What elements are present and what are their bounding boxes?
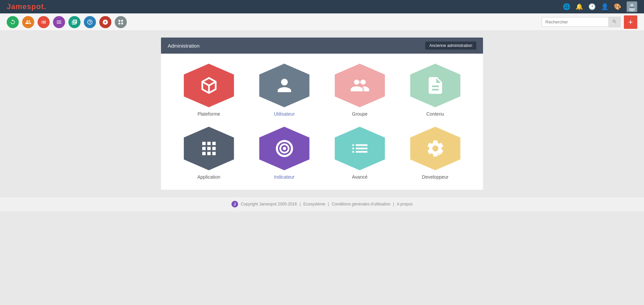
card-developpeur[interactable]: J Developpeur: [401, 127, 470, 180]
hex-contenu: [410, 64, 461, 107]
hex-plateforme: [184, 64, 234, 107]
add-button[interactable]: +: [624, 15, 637, 29]
footer-sep3: |: [393, 202, 394, 206]
label-indicateur: Indicateur: [274, 174, 294, 180]
svg-point-4: [358, 80, 362, 84]
footer-sep2: |: [328, 202, 329, 206]
label-application: Application: [197, 174, 220, 180]
search-wrap: [542, 17, 621, 27]
label-plateforme: Plateforme: [198, 111, 220, 117]
label-groupe: Groupe: [352, 111, 368, 117]
nav-icons: [7, 16, 542, 28]
hex-avance: [335, 127, 385, 170]
card-application[interactable]: Application: [174, 127, 243, 180]
label-avance: Avancé: [352, 174, 367, 180]
nav-icon-help[interactable]: [84, 16, 96, 28]
svg-point-1: [630, 4, 634, 7]
bell-icon[interactable]: 🔔: [576, 3, 583, 10]
hex-developpeur: J: [410, 127, 461, 170]
svg-text:J: J: [437, 149, 441, 157]
top-nav-right: 🌐 🔔 🕐 👤 🎨: [563, 1, 637, 12]
avatar[interactable]: [627, 1, 637, 12]
nav-icon-grid[interactable]: [115, 16, 127, 28]
hex-indicateur: [259, 127, 310, 170]
hex-utilisateur: [259, 64, 310, 107]
logo-text: Jamespot: [7, 2, 44, 11]
footer-logo: J: [231, 201, 238, 207]
nav-icon-library[interactable]: [68, 16, 80, 28]
logo-dot: .: [44, 2, 46, 11]
user-icon[interactable]: 👤: [601, 3, 608, 10]
card-utilisateur[interactable]: Utilisateur: [250, 64, 319, 117]
card-indicateur[interactable]: Indicateur: [250, 127, 319, 180]
admin-title: Administration: [168, 43, 200, 49]
nav-icon-users[interactable]: [22, 16, 34, 28]
footer-link-ecosystem[interactable]: Ecosystème: [303, 202, 325, 206]
nav-icon-list[interactable]: [38, 16, 50, 28]
svg-point-7: [283, 147, 286, 150]
hex-groupe: [335, 64, 385, 107]
label-developpeur: Developpeur: [422, 174, 448, 180]
second-nav: +: [0, 13, 644, 31]
footer-link-cgu[interactable]: Conditions générales d'utilisation: [332, 202, 390, 206]
globe-icon[interactable]: 🌐: [563, 3, 570, 10]
admin-panel: Administration Ancienne administration P…: [161, 38, 483, 190]
search-button[interactable]: [609, 17, 621, 27]
card-avance[interactable]: Avancé: [325, 127, 394, 180]
logo: Jamespot.: [7, 2, 46, 11]
footer-link-about[interactable]: A propos: [397, 202, 413, 206]
hex-application: [184, 127, 234, 170]
palette-icon[interactable]: 🎨: [614, 3, 621, 10]
card-groupe[interactable]: Groupe: [325, 64, 394, 117]
footer: J Copyright Jamespot 2005-2016 | Ecosyst…: [0, 196, 644, 211]
old-admin-button[interactable]: Ancienne administration: [425, 42, 476, 50]
label-contenu: Contenu: [426, 111, 444, 117]
label-utilisateur: Utilisateur: [274, 111, 294, 117]
top-nav: Jamespot. 🌐 🔔 🕐 👤 🎨: [0, 0, 644, 13]
admin-grid: Plateforme Utilisateur Groupe: [161, 54, 483, 190]
main-container: Administration Ancienne administration P…: [161, 38, 483, 190]
nav-icon-refresh[interactable]: [7, 16, 19, 28]
nav-icon-add[interactable]: [99, 16, 111, 28]
footer-copyright: Copyright Jamespot 2005-2016: [241, 202, 297, 206]
nav-icon-menu[interactable]: [53, 16, 65, 28]
clock-icon[interactable]: 🕐: [588, 3, 596, 10]
card-contenu[interactable]: Contenu: [401, 64, 470, 117]
svg-rect-3: [630, 7, 634, 8]
admin-header: Administration Ancienne administration: [161, 38, 483, 54]
card-plateforme[interactable]: Plateforme: [174, 64, 243, 117]
search-input[interactable]: [542, 17, 609, 27]
footer-sep1: |: [300, 202, 301, 206]
